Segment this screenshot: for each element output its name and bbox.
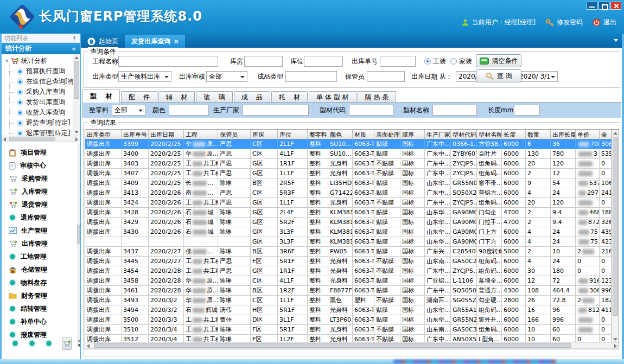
column-header[interactable]: 长度 [502,130,526,139]
cart-toolbar-button[interactable] [62,337,72,350]
material-tab[interactable]: 辅 材 [158,91,195,103]
date-to-picker[interactable]: 2020/ 3/16 [517,71,558,82]
column-header[interactable]: 表面处理 [374,130,400,139]
column-header[interactable]: 型材代码 [451,130,477,139]
keeper-input[interactable] [367,71,405,82]
tab-list-dropdown-icon[interactable] [614,39,618,42]
scrollbar-thumb[interactable] [9,137,55,141]
material-tab[interactable]: 单 体 型 材 [309,91,356,103]
sidebar-section-header[interactable]: 统计分析 « [2,43,80,54]
sidebar-module[interactable]: 项目管理 [2,146,80,159]
tree-item[interactable]: 退货查询[待定] [2,118,73,128]
table-row[interactable]: 调拨出库34582020/2/28华原...陈琳C区4L1F整料光身料6063-… [85,276,619,286]
tree-item[interactable]: 采购入库查询 [2,87,73,97]
table-row[interactable]: 调拨出库34242020/2/26工共工程严思G区1L1F整料光身料6063-T… [85,198,619,208]
profile-name-input[interactable] [432,105,477,116]
module-shortcut-icon[interactable] [28,340,36,347]
tree-item[interactable]: 预算执行查询 [2,66,73,76]
tree-expander-icon[interactable] [5,60,8,62]
tree-vertical-scrollbar[interactable] [73,54,80,136]
module-shortcut-icon[interactable] [11,340,19,347]
tree-horizontal-scrollbar[interactable] [2,136,80,142]
color-input[interactable] [169,105,209,116]
sidebar-module[interactable]: 出库管理 [2,237,80,250]
tab-close-icon[interactable] [174,39,179,44]
table-row[interactable]: 调拨出库34092020/2/25长...陈琳B区2R5F整料LI35HD606… [85,178,619,188]
table-row[interactable]: 调拨出库34072020/2/25工共工程严思G区1L1F整料光身料6063-T… [85,169,619,178]
tree-root-statistics[interactable]: 统计分析 [2,55,73,66]
maximize-button[interactable] [598,2,609,10]
material-tab[interactable]: 耗 材 [271,91,308,103]
table-row[interactable]: 调拨出库34612020/2/28华原...陈琳B区1R2F整料F8877FT6… [85,286,619,296]
tab-page[interactable]: 起始页 [81,35,125,48]
whole-piece-select[interactable]: 全部 [112,105,145,116]
table-row[interactable]: 调拨出库34292020/2/26石城陈琳G区5R2F整料KLM38176063… [85,218,619,227]
material-tab[interactable]: 成 品 [234,91,270,103]
column-header[interactable]: 保管员 [218,130,251,139]
scrollbar-thumb[interactable] [94,343,571,348]
material-tab[interactable]: 隔 热 条 [358,91,397,103]
sidebar-module[interactable]: 结转管理 [2,302,80,315]
length-input[interactable] [514,105,540,116]
sidebar-module[interactable]: 退库管理 [2,211,80,224]
product-type-input[interactable] [285,71,337,82]
table-row[interactable]: 调拨出库35002020/3/3工共工程曹佳D区3L1F整料LT3P606063… [85,315,619,325]
column-header[interactable]: 出库日期 [149,130,184,139]
scroll-right-icon[interactable] [75,137,78,142]
sidebar-module[interactable]: 工地管理 [2,250,80,263]
table-row[interactable]: 调拨出库34282020/2/26石城陈琳G区2L4F整料KLM38176063… [85,208,619,218]
outbound-type-select[interactable]: 生产领料出库 [118,71,171,82]
table-horizontal-scrollbar[interactable] [85,342,619,349]
table-row[interactable]: 调拨出库34372020/2/27佛...陈琳B区3R6F整料PW056063-… [85,247,619,257]
tree-item[interactable]: 退库管理[待定] [2,128,73,136]
warehouse-input[interactable] [244,56,283,67]
column-header[interactable]: 工程 [184,130,218,139]
scroll-left-icon[interactable] [3,137,6,142]
table-row[interactable]: 调拨出库34942020/3/2石辉城汤伟H区5R1F整料光身料6063-T5贴… [85,305,619,315]
column-header[interactable]: 型材名称 [477,130,502,139]
profile-code-input[interactable] [349,105,393,116]
pin-icon[interactable] [72,35,77,41]
column-header[interactable]: 整零料 [308,130,328,139]
column-header[interactable]: 出库长度 [551,130,576,139]
table-row[interactable]: 调拨出库34032020/2/25工共工程严思G区1R1F整料光身料6063-T… [85,159,619,169]
minimize-button[interactable] [587,2,597,10]
tree-item[interactable]: 在途信息查询[待 [2,76,73,87]
table-row[interactable]: 调拨出库35102020/3/4工共工程陈琳F区5R1F整料光身料6063-T5… [85,325,619,335]
table-row[interactable]: 调拨出库34302020/2/26石城陈琳G区3L3F整料KLM38176063… [85,227,619,237]
tree-item[interactable]: 收货入库查询 [2,107,73,118]
order-number-input[interactable] [380,56,416,67]
tab-active[interactable]: 发货出库查询 [125,35,185,48]
table-row[interactable]: 调拨出库34132020/2/26南...严思C区5R3F整料G71422606… [85,188,619,198]
sidebar-module[interactable]: 补单中心 [2,315,80,328]
table-row[interactable]: 调拨出库33992020/2/25华原...严思C区2L1F整料SU10...6… [85,139,619,149]
column-header[interactable]: 库位 [278,130,308,139]
search-button[interactable]: 查 询 [476,69,521,82]
scroll-right-icon[interactable] [614,344,617,348]
logout-button[interactable]: 退出 [593,18,616,27]
material-tab[interactable]: 型 材 [82,90,120,103]
column-header[interactable]: 材质 [353,130,374,139]
scrollbar-thumb[interactable] [74,61,79,99]
scrollbar-thumb[interactable] [613,137,618,316]
sidebar-module[interactable]: 物料盘存 [2,276,80,289]
column-header[interactable]: 单价 [576,130,600,139]
material-tab[interactable]: 配 件 [121,91,157,103]
column-header[interactable]: 库房 [251,130,278,139]
scroll-left-icon[interactable] [87,344,90,348]
scroll-down-icon[interactable] [74,131,79,133]
sidebar-module[interactable]: 生产管理 [2,224,80,237]
sidebar-module[interactable]: 仓储管理 [2,263,80,276]
sidebar-module[interactable]: 审核中心 [2,159,80,172]
table-vertical-scrollbar[interactable] [612,130,619,343]
column-header[interactable]: 膜厚 [400,130,425,139]
radio-home[interactable]: 家装 [450,56,472,67]
table-row[interactable]: 调拨出库34542020/2/28工共工程严思G区1R1F整料光身料6063-T… [85,266,619,276]
table-row[interactable]: 调拨出库34932020/3/2华原...陈琳C区1L1F整料黑色塑料不贴膜国标… [85,296,619,305]
collapse-icon[interactable]: « [72,44,76,53]
manufacturer-input[interactable] [243,105,309,116]
column-header[interactable]: 出库类型 [85,130,122,139]
audit-select[interactable]: 全部 [206,71,247,82]
table-row[interactable]: 调拨出库34002020/2/25华原...严思C区4L1F整料SU10...6… [85,149,619,159]
location-input[interactable] [304,56,343,67]
